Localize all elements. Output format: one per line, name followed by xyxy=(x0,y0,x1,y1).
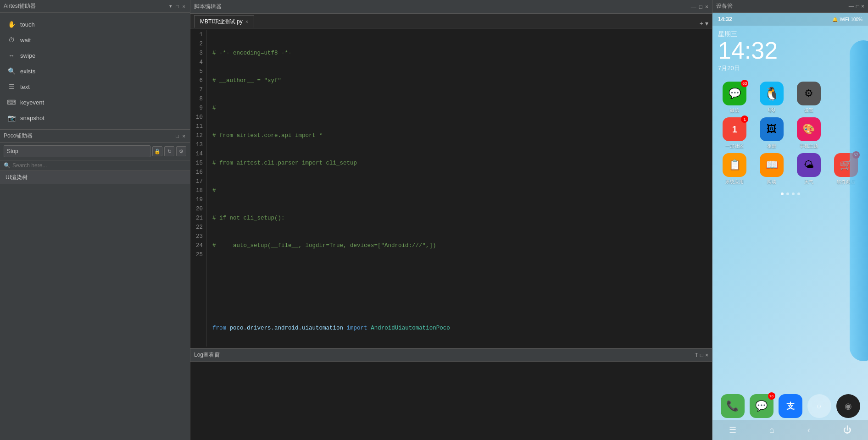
log-restore-btn[interactable]: □ xyxy=(700,352,703,358)
app-weather-wrap[interactable]: 🌤 天气 xyxy=(794,153,824,185)
log-close-btn[interactable]: × xyxy=(705,352,708,358)
code-line-11: from poco.drivers.android.uiautomation i… xyxy=(212,324,708,333)
nav-back-btn[interactable]: ‹ xyxy=(807,425,810,435)
dot-2 xyxy=(786,192,789,195)
touch-label: touch xyxy=(20,21,35,28)
search-input[interactable] xyxy=(12,162,186,169)
code-line-3: # xyxy=(212,104,708,113)
dock-msg-icon[interactable]: 💬 70 xyxy=(750,394,773,418)
exists-label: exists xyxy=(20,68,35,75)
ui-tree-label[interactable]: UI渲染树 xyxy=(0,171,190,184)
editor-minimize-btn[interactable]: — xyxy=(691,4,696,10)
app-yijia-label: 一加社区 xyxy=(725,143,744,149)
code-editor-area[interactable]: 12345 678910 1112131415 1617181920 21222… xyxy=(190,28,712,348)
phone-status-bar: 14:32 🔔 WiFi 100% xyxy=(712,13,868,26)
tab-mbti-close[interactable]: × xyxy=(245,19,248,24)
app-calendar-wrap[interactable]: 🖼 相册 xyxy=(757,117,787,149)
nav-menu-btn[interactable]: ☰ xyxy=(729,425,736,435)
poco-close-btn[interactable]: × xyxy=(182,133,186,139)
app-yijia-icon: 1 1 xyxy=(723,117,746,141)
swipe-icon: ↔ xyxy=(7,51,16,60)
settings-btn[interactable]: ⚙ xyxy=(176,146,186,156)
app-weather-label: 天气 xyxy=(804,179,813,185)
status-time: 14:32 xyxy=(718,16,732,22)
exists-icon: 🔍 xyxy=(7,67,16,75)
airtest-close-btn[interactable]: × xyxy=(182,4,186,9)
swipe-label: swipe xyxy=(20,52,35,59)
more-tabs-btn[interactable]: ▾ xyxy=(705,20,708,27)
dots-indicator xyxy=(718,192,862,195)
sidebar-item-snapshot[interactable]: 📷 snapshot xyxy=(0,110,190,126)
log-controls: T □ × xyxy=(695,352,708,358)
dot-3 xyxy=(792,192,795,195)
code-lines: # -*- encoding=utf8 -*- # __author__ = "… xyxy=(207,30,712,346)
date-full: 7月20日 xyxy=(718,64,862,72)
sidebar-item-touch[interactable]: ✋ touch xyxy=(0,16,190,32)
app-calendar-label: 相册 xyxy=(767,143,776,149)
add-tab-btn[interactable]: + xyxy=(700,20,703,27)
nav-bar: ☰ ⌂ ‹ ⏻ xyxy=(712,420,868,440)
tab-mbti-label: MBTI职业测试.py xyxy=(200,18,243,26)
app-shouji-icon: 🎨 xyxy=(797,117,821,141)
nav-home-btn[interactable]: ⌂ xyxy=(769,425,774,435)
app-wechat-icon: 💬 63 xyxy=(723,82,746,105)
app-settings-label: 设置 xyxy=(804,107,813,114)
device-restore-btn[interactable]: □ xyxy=(856,3,859,10)
app-qq-wrap[interactable]: 🐧 QQ xyxy=(757,82,787,114)
airtest-minimize-btn[interactable]: ▾ xyxy=(168,3,173,9)
dock-assist-icon[interactable]: ○ xyxy=(807,394,831,418)
airtest-controls: ▾ □ × xyxy=(168,3,186,9)
sidebar-item-keyevent[interactable]: ⌨ keyevent xyxy=(0,94,190,110)
status-notification-icon: 🔔 xyxy=(832,17,838,22)
poco-restore-btn[interactable]: □ xyxy=(175,133,180,139)
refresh-btn[interactable]: ↻ xyxy=(164,146,174,156)
app-qq-icon: 🐧 xyxy=(760,82,784,105)
app-settings-wrap[interactable]: ⚙ 设置 xyxy=(794,82,824,114)
code-line-4: # from airtest.core.api import * xyxy=(212,131,708,140)
device-title-bar: 设备管 — □ × xyxy=(712,0,868,13)
dock-phone-icon[interactable]: 📞 xyxy=(721,394,745,418)
app-sys-wrap[interactable]: 📋 系统应用 xyxy=(720,153,750,185)
editor-restore-btn[interactable]: □ xyxy=(699,4,702,10)
dot-4 xyxy=(797,192,800,195)
airtest-title-bar: Airtest辅助器 ▾ □ × xyxy=(0,0,190,13)
poco-title-bar: Poco辅助器 □ × xyxy=(0,130,190,143)
poco-section: Poco辅助器 □ × Stop Run Debug 🔒 ↻ ⚙ 🔍 UI渲染树 xyxy=(0,129,190,440)
sidebar-item-exists[interactable]: 🔍 exists xyxy=(0,63,190,79)
lock-btn[interactable]: 🔒 xyxy=(152,146,162,156)
editor-close-btn[interactable]: × xyxy=(705,4,708,10)
sidebar-item-wait[interactable]: ⏱ wait xyxy=(0,32,190,48)
sidebar-item-swipe[interactable]: ↔ swipe xyxy=(0,48,190,63)
airtest-restore-btn[interactable]: □ xyxy=(175,4,180,9)
tab-mbti[interactable]: MBTI职业测试.py × xyxy=(194,15,254,28)
app-qq-label: QQ xyxy=(768,107,775,112)
yijia-badge: 1 xyxy=(741,116,748,123)
dock-camera-icon[interactable]: ◉ xyxy=(836,394,860,418)
code-line-7: # if not cli_setup(): xyxy=(212,214,708,223)
app-reader-wrap[interactable]: 📖 阅读 xyxy=(757,153,787,185)
app-wechat-label: 微信 xyxy=(730,107,739,114)
code-content: 12345 678910 1112131415 1617181920 21222… xyxy=(190,28,712,348)
log-filter-btn[interactable]: T xyxy=(695,352,698,358)
code-line-1: # -*- encoding=utf8 -*- xyxy=(212,49,708,58)
device-close-btn[interactable]: × xyxy=(861,3,864,10)
phone-edge-right xyxy=(850,40,868,361)
code-line-6: # xyxy=(212,186,708,195)
app-yijia-wrap[interactable]: 1 1 一加社区 xyxy=(720,117,750,149)
touch-icon: ✋ xyxy=(7,20,16,28)
poco-controls: □ × xyxy=(175,133,186,139)
code-line-10 xyxy=(212,296,708,305)
device-minimize-btn[interactable]: — xyxy=(849,3,854,10)
sidebar-item-text[interactable]: ☰ text xyxy=(0,79,190,94)
dock-msg-badge: 70 xyxy=(768,392,775,400)
dock-alipay-icon[interactable]: 支 xyxy=(779,394,802,418)
editor-title-bar: 脚本编辑器 — □ × xyxy=(190,0,712,14)
app-shouji-wrap[interactable]: 🎨 手机主题 xyxy=(794,117,824,149)
code-line-8: # auto_setup(__file__, logdir=True, devi… xyxy=(212,241,708,250)
wait-label: wait xyxy=(20,37,31,44)
phone-screen: 14:32 🔔 WiFi 100% 星期三 14:32 7月20日 xyxy=(712,13,868,440)
code-line-9 xyxy=(212,269,708,278)
app-wechat-wrap[interactable]: 💬 63 微信 xyxy=(720,82,750,114)
nav-power-btn[interactable]: ⏻ xyxy=(843,425,851,435)
stop-dropdown[interactable]: Stop Run Debug xyxy=(4,145,150,157)
